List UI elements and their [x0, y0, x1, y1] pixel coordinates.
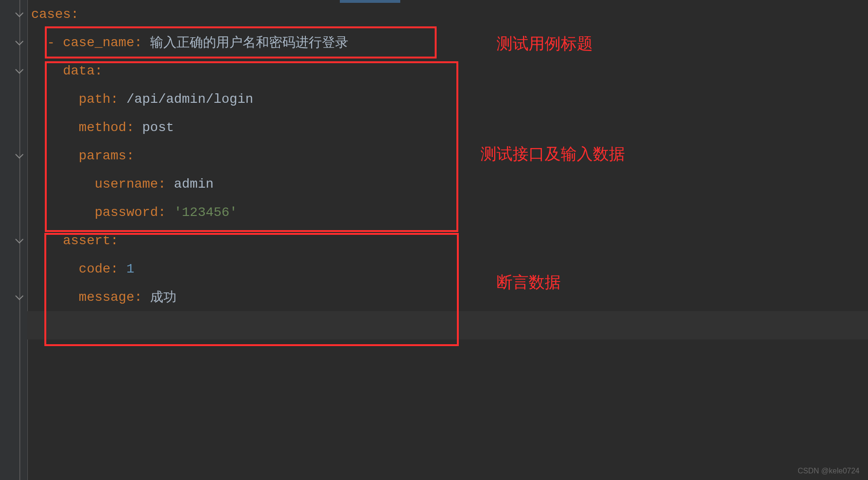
fold-marker-icon[interactable]	[11, 147, 28, 164]
yaml-key: data	[63, 64, 94, 78]
yaml-key: assert	[63, 233, 110, 248]
yaml-key: case_name	[63, 35, 134, 50]
yaml-value: post	[142, 120, 174, 135]
code-line[interactable]: data:	[27, 57, 868, 85]
watermark: CSDN @kele0724	[798, 467, 860, 475]
code-line[interactable]: username: admin	[27, 170, 868, 198]
yaml-key: params	[79, 149, 126, 163]
code-line[interactable]: message: 成功	[27, 283, 868, 311]
yaml-key: code	[79, 262, 110, 276]
yaml-key: message	[79, 290, 135, 305]
yaml-key: password	[94, 205, 158, 220]
code-line[interactable]: - case_name: 输入正确的用户名和密码进行登录	[27, 28, 868, 57]
yaml-value: /api/admin/login	[126, 92, 253, 107]
code-editor[interactable]: cases: - case_name: 输入正确的用户名和密码进行登录 data…	[27, 0, 868, 339]
fold-marker-icon[interactable]	[11, 288, 28, 305]
fold-marker-icon[interactable]	[11, 5, 28, 22]
fold-marker-icon[interactable]	[11, 33, 28, 50]
yaml-value: admin	[174, 177, 213, 191]
yaml-list-dash: -	[31, 35, 63, 50]
code-line[interactable]: password: '123456'	[27, 198, 868, 226]
fold-marker-icon[interactable]	[11, 232, 28, 248]
yaml-key: path	[79, 92, 110, 107]
yaml-value: 成功	[150, 288, 177, 306]
code-line[interactable]: method: post	[27, 113, 868, 141]
yaml-value: '123456'	[174, 205, 237, 220]
code-line[interactable]: code: 1	[27, 255, 868, 283]
yaml-value: 输入正确的用户名和密码进行登录	[150, 33, 348, 51]
code-line[interactable]: path: /api/admin/login	[27, 85, 868, 113]
yaml-key: cases	[31, 7, 71, 22]
fold-marker-icon[interactable]	[11, 62, 28, 79]
yaml-key: method	[79, 120, 126, 135]
code-line[interactable]: assert:	[27, 226, 868, 255]
yaml-value: 1	[126, 262, 135, 276]
code-line[interactable]: cases:	[27, 0, 868, 28]
editor-gutter	[0, 0, 28, 480]
yaml-key: username	[94, 177, 158, 191]
code-line[interactable]: params:	[27, 141, 868, 170]
code-line-current[interactable]	[27, 311, 868, 339]
